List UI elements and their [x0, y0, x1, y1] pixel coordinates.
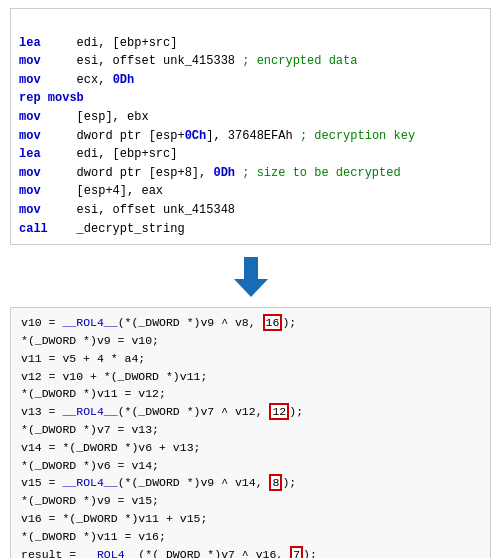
svg-marker-0	[234, 257, 268, 297]
decompiled-line-11: v16 = *(_DWORD *)v11 + v15;	[21, 510, 480, 528]
decompiled-line-9: v15 = __ROL4__(*(_DWORD *)v9 ^ v14, 8);	[21, 474, 480, 492]
highlight-7: 7	[290, 546, 303, 558]
asm-line-5: mov [esp], ebx	[19, 110, 149, 124]
asm-line-7: lea edi, [ebp+src]	[19, 147, 177, 161]
asm-line-11: call _decrypt_string	[19, 222, 185, 236]
assembly-code-block: lea edi, [ebp+src] mov esi, offset unk_4…	[10, 8, 491, 245]
decompiled-line-7: v14 = *(_DWORD *)v6 + v13;	[21, 439, 480, 457]
asm-line-9: mov [esp+4], eax	[19, 184, 163, 198]
decompiled-line-0: v10 = __ROL4__(*(_DWORD *)v9 ^ v8, 16);	[21, 314, 480, 332]
asm-line-6: mov dword ptr [esp+0Ch], 37648EFAh ; dec…	[19, 129, 415, 143]
decompiled-line-2: v11 = v5 + 4 * a4;	[21, 350, 480, 368]
decompiled-line-13: result = __ROL4__(*(_DWORD *)v7 ^ v16, 7…	[21, 546, 480, 558]
decompiled-line-3: v12 = v10 + *(_DWORD *)v11;	[21, 368, 480, 386]
asm-line-1: lea edi, [ebp+src]	[19, 36, 177, 50]
highlight-16: 16	[263, 314, 283, 331]
asm-line-8: mov dword ptr [esp+8], 0Dh ; size to be …	[19, 166, 401, 180]
decompiled-line-1: *(_DWORD *)v9 = v10;	[21, 332, 480, 350]
highlight-12: 12	[269, 403, 289, 420]
decompiled-code-block: v10 = __ROL4__(*(_DWORD *)v9 ^ v8, 16); …	[10, 307, 491, 558]
decompiled-line-10: *(_DWORD *)v9 = v15;	[21, 492, 480, 510]
asm-line-2: mov esi, offset unk_415338 ; encrypted d…	[19, 54, 357, 68]
decompiled-line-5: v13 = __ROL4__(*(_DWORD *)v7 ^ v12, 12);	[21, 403, 480, 421]
decompiled-line-6: *(_DWORD *)v7 = v13;	[21, 421, 480, 439]
asm-line-10: mov esi, offset unk_415348	[19, 203, 235, 217]
down-arrow	[231, 257, 271, 297]
arrow-container	[10, 257, 491, 297]
decompiled-line-8: *(_DWORD *)v6 = v14;	[21, 457, 480, 475]
highlight-8: 8	[269, 474, 282, 491]
asm-line-4: rep movsb	[19, 91, 84, 105]
asm-line-3: mov ecx, 0Dh	[19, 73, 134, 87]
decompiled-line-12: *(_DWORD *)v11 = v16;	[21, 528, 480, 546]
decompiled-line-4: *(_DWORD *)v11 = v12;	[21, 385, 480, 403]
